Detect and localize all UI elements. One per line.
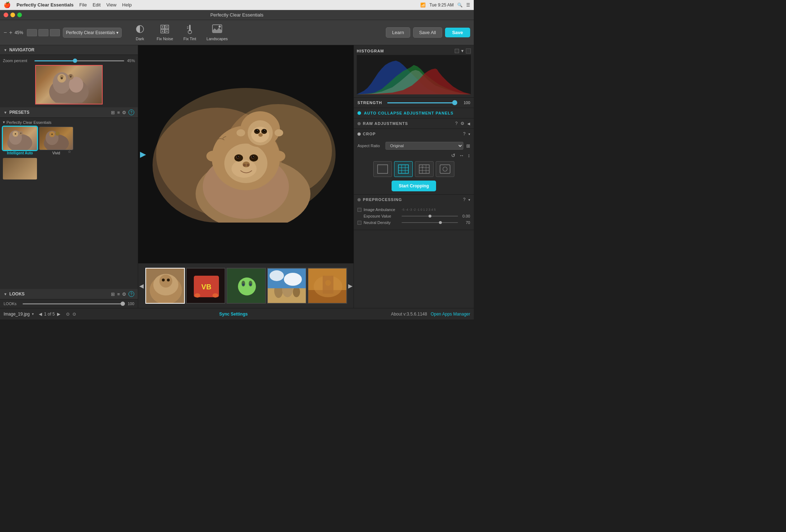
fix-tint-label: Fix Tint <box>183 37 196 41</box>
svg-rect-107 <box>419 165 429 173</box>
crop-constrain-icon[interactable]: ⊞ <box>466 143 470 149</box>
auto-collapse-row[interactable]: AUTO COLLAPSE ADJUSTMENT PANELS <box>354 108 474 118</box>
looks-gear-icon[interactable]: ⚙ <box>122 291 126 297</box>
crop-flip-v-icon[interactable]: ↕ <box>468 153 470 158</box>
edit-menu[interactable]: Edit <box>93 2 100 8</box>
app-name[interactable]: Perfectly Clear Essentials <box>17 2 74 8</box>
navigator-content: Zoom percent 45% <box>0 55 138 107</box>
preset-selector[interactable]: Perfectly Clear Essentials ▾ <box>63 28 122 38</box>
raw-adj-gear[interactable]: ⚙ <box>460 121 464 126</box>
tool-fix-tint[interactable]: Fix Tint <box>178 23 201 42</box>
sync-btn-2[interactable]: ⊙ <box>72 312 76 317</box>
prev-image-button[interactable]: ◀ <box>39 312 42 317</box>
navigator-preview <box>35 65 103 104</box>
crop-flip-h-icon[interactable]: ↔ <box>459 153 464 158</box>
crop-grid-btn-2[interactable] <box>394 161 413 177</box>
start-cropping-button[interactable]: Start Cropping <box>392 181 436 191</box>
zoom-slider[interactable] <box>34 60 124 61</box>
crop-help[interactable]: ? <box>463 131 465 136</box>
crop-grid-btn-1[interactable] <box>373 161 392 177</box>
toolbar-right: Learn Save All Save <box>386 27 470 38</box>
crop-grid-btn-3[interactable] <box>415 161 434 177</box>
tool-landscapes[interactable]: Landscapes <box>202 23 232 42</box>
presets-grid: Intelligent Auto <box>3 127 135 155</box>
navigator-header[interactable]: ▼ NAVIGATOR <box>0 45 138 55</box>
multiwindow-icon[interactable]: ☰ <box>466 3 470 8</box>
save-button[interactable]: Save <box>445 28 470 37</box>
looks-header[interactable]: ▼ LOOKS ⊞ ≡ ⚙ ? <box>0 289 138 299</box>
svg-rect-101 <box>378 165 388 173</box>
presets-grid-icon[interactable]: ⊞ <box>111 110 115 115</box>
view-menu[interactable]: View <box>106 2 116 8</box>
exposure-slider[interactable] <box>402 216 458 216</box>
tool-dark[interactable]: Dark <box>128 23 151 42</box>
svg-point-78 <box>195 293 200 298</box>
filmstrip-item-3[interactable] <box>226 268 266 304</box>
histogram-expand[interactable] <box>466 48 471 53</box>
close-button[interactable] <box>4 13 8 17</box>
filmstrip-next-button[interactable]: ▶ <box>348 283 352 289</box>
apple-menu[interactable]: 🍎 <box>4 1 11 8</box>
raw-adj-help[interactable]: ? <box>455 121 458 126</box>
open-apps-manager-button[interactable]: Open Apps Manager <box>431 312 470 317</box>
tool-fix-noise[interactable]: Fix Noise <box>152 23 177 42</box>
preproc-arrow[interactable]: ▾ <box>468 198 470 202</box>
histogram-canvas <box>357 55 471 94</box>
zoom-minus-button[interactable]: − <box>4 29 7 36</box>
sync-btn-1[interactable]: ⊙ <box>66 312 70 317</box>
fix-noise-label: Fix Noise <box>156 37 173 41</box>
preprocessing-header[interactable]: PREPROCESSING ? ▾ <box>354 195 474 205</box>
histogram-dropdown[interactable]: ▾ <box>461 48 464 53</box>
crop-arrow[interactable]: ▾ <box>468 132 470 136</box>
image-ambulance-check[interactable] <box>357 208 361 212</box>
maximize-button[interactable] <box>17 13 22 17</box>
presets-help-icon[interactable]: ? <box>128 109 134 115</box>
canvas-prev-arrow[interactable]: ▶ <box>140 150 146 159</box>
filmstrip-item-5[interactable] <box>308 268 347 304</box>
filename-dropdown[interactable]: ▾ <box>32 312 34 316</box>
main-image <box>153 86 339 223</box>
zoom-label: Zoom percent <box>3 59 32 63</box>
crop-grid-btn-4[interactable] <box>436 161 454 177</box>
preset-vivid[interactable]: Vivid ☆ <box>39 127 73 155</box>
presets-header[interactable]: ▼ PRESETS ⊞ ≡ ⚙ ? <box>0 107 138 118</box>
looks-help-icon[interactable]: ? <box>128 291 134 297</box>
zoom-plus-button[interactable]: + <box>9 29 12 36</box>
preset-intelligent-auto[interactable]: Intelligent Auto <box>3 127 37 155</box>
crop-aspect-select[interactable]: Original <box>385 142 463 150</box>
neutral-density-slider[interactable] <box>402 222 458 223</box>
neutral-density-check[interactable] <box>357 221 361 225</box>
help-menu[interactable]: Help <box>122 2 132 8</box>
looks-list-icon[interactable]: ≡ <box>117 291 120 297</box>
crop-title: CROP <box>363 132 461 136</box>
file-menu[interactable]: File <box>79 2 87 8</box>
save-all-button[interactable]: Save All <box>413 27 442 38</box>
preproc-help[interactable]: ? <box>463 197 465 202</box>
filmstrip-item-2[interactable]: VB <box>186 268 225 304</box>
neutral-density-label: Neutral Density <box>364 220 399 225</box>
filmstrip-item-1[interactable] <box>145 268 185 304</box>
raw-adjustments-header[interactable]: RAW ADJUSTMENTS ? ⚙ ◀ <box>354 118 474 129</box>
sync-settings-button[interactable]: Sync Settings <box>219 312 248 317</box>
learn-button[interactable]: Learn <box>386 27 410 38</box>
crop-header[interactable]: CROP ? ▾ <box>354 129 474 139</box>
looks-grid-icon[interactable]: ⊞ <box>111 291 115 297</box>
preproc-title: PREPROCESSING <box>363 197 461 202</box>
crop-rotate-icon[interactable]: ↺ <box>451 153 455 158</box>
presets-list-icon[interactable]: ≡ <box>117 110 120 115</box>
presets-group-header[interactable]: ▾ Perfectly Clear Essentials <box>3 120 135 125</box>
preset-star[interactable]: ☆ <box>68 150 71 154</box>
filmstrip-item-4[interactable] <box>267 268 307 304</box>
strength-slider[interactable] <box>387 102 457 103</box>
minimize-button[interactable] <box>10 13 15 17</box>
presets-gear-icon[interactable]: ⚙ <box>122 110 126 115</box>
search-icon[interactable]: 🔍 <box>457 3 463 8</box>
crop-grid-row <box>357 161 470 177</box>
next-image-button[interactable]: ▶ <box>57 312 60 317</box>
svg-point-72 <box>159 275 172 288</box>
looks-slider[interactable] <box>23 303 125 304</box>
raw-adj-arrow[interactable]: ◀ <box>467 122 470 126</box>
svg-rect-5 <box>162 26 163 28</box>
wifi-icon: 📶 <box>420 3 426 8</box>
filmstrip-prev-button[interactable]: ◀ <box>139 283 144 289</box>
